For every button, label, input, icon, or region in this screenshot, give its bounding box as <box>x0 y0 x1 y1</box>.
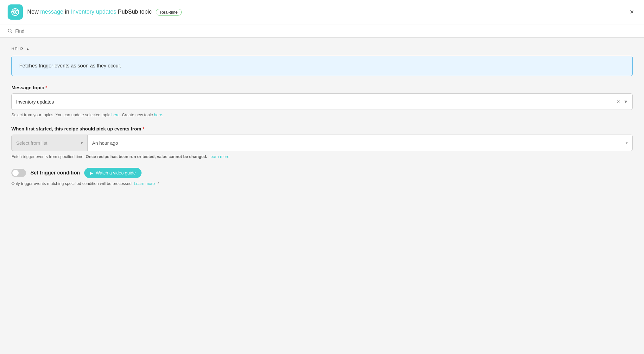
events-learn-more-link[interactable]: Learn more <box>208 154 229 159</box>
events-from-right-chevron: ▾ <box>626 141 628 145</box>
title-message-link[interactable]: message <box>40 9 63 15</box>
message-topic-label-text: Message topic <box>11 85 44 90</box>
help-description-text: Fetches trigger events as soon as they o… <box>19 63 121 68</box>
header: New message in Inventory updates PubSub … <box>0 0 644 24</box>
main-content: HELP ▲ Fetches trigger events as soon as… <box>0 38 644 354</box>
svg-line-4 <box>11 32 12 33</box>
hint-link-1[interactable]: here <box>111 112 120 117</box>
trigger-hint-prefix: Only trigger events matching specified c… <box>11 181 134 186</box>
title-mid: in <box>63 9 71 15</box>
events-from-hint: Fetch trigger events from specified time… <box>11 154 633 159</box>
events-hint-bold: Once recipe has been run or tested, valu… <box>86 154 207 159</box>
find-label: Find <box>15 28 24 34</box>
realtime-badge: Real-time <box>156 9 182 16</box>
search-icon <box>8 28 13 34</box>
help-description-box: Fetches trigger events as soon as they o… <box>11 56 633 76</box>
message-topic-select[interactable]: Inventory updates × ▾ <box>11 93 633 110</box>
events-from-left-chevron: ▾ <box>81 141 83 145</box>
trigger-learn-more-link[interactable]: Learn more <box>134 181 155 186</box>
events-from-right-select[interactable]: An hour ago ▾ <box>87 135 633 151</box>
find-bar[interactable]: Find <box>0 24 644 38</box>
help-label: HELP <box>11 47 23 51</box>
title-suffix: PubSub topic <box>116 9 152 15</box>
events-from-label-text: When first started, this recipe should p… <box>11 126 141 131</box>
hint-prefix: Select from your topics. You can update … <box>11 112 111 117</box>
trigger-condition-label: Set trigger condition <box>30 170 80 176</box>
events-from-group: When first started, this recipe should p… <box>11 126 633 159</box>
play-icon: ▶ <box>90 171 93 175</box>
message-topic-group: Message topic * Inventory updates × ▾ Se… <box>11 85 633 117</box>
trigger-condition-toggle[interactable] <box>11 169 26 177</box>
header-title: New message in Inventory updates PubSub … <box>27 9 627 16</box>
svg-point-2 <box>15 11 16 13</box>
events-from-right-value: An hour ago <box>92 140 118 146</box>
message-topic-actions: × ▾ <box>616 98 628 106</box>
trigger-condition-row: Set trigger condition ▶ Watch a video gu… <box>11 168 633 178</box>
pubsub-icon <box>11 8 19 16</box>
events-hint-prefix: Fetch trigger events from specified time… <box>11 154 86 159</box>
title-prefix: New <box>27 9 40 15</box>
trigger-condition-group: Set trigger condition ▶ Watch a video gu… <box>11 168 633 186</box>
trigger-condition-hint: Only trigger events matching specified c… <box>11 181 633 186</box>
hint-link-2[interactable]: here <box>154 112 162 117</box>
close-button[interactable]: × <box>627 7 636 17</box>
hint-suffix: . <box>162 112 163 117</box>
toggle-slider <box>11 169 26 177</box>
video-guide-label: Watch a video guide <box>96 170 136 175</box>
message-topic-required: * <box>45 85 47 90</box>
title-topic-link[interactable]: Inventory updates <box>71 9 116 15</box>
events-from-label: When first started, this recipe should p… <box>11 126 633 131</box>
help-header[interactable]: HELP ▲ <box>11 47 633 51</box>
message-topic-clear-button[interactable]: × <box>616 98 621 106</box>
watch-video-guide-button[interactable]: ▶ Watch a video guide <box>84 168 141 178</box>
app-icon <box>8 4 23 20</box>
message-topic-label: Message topic * <box>11 85 633 90</box>
message-topic-value: Inventory updates <box>16 99 616 104</box>
events-from-left-placeholder: Select from list <box>16 140 47 146</box>
message-topic-hint: Select from your topics. You can update … <box>11 112 633 117</box>
hint-mid: . Create new topic <box>120 112 154 117</box>
external-link-icon: ↗ <box>156 181 160 186</box>
message-topic-dropdown-button[interactable]: ▾ <box>624 98 628 106</box>
events-from-row: Select from list ▾ An hour ago ▾ <box>11 135 633 151</box>
events-from-required: * <box>142 126 144 131</box>
help-chevron-icon: ▲ <box>26 47 30 51</box>
events-from-left-select[interactable]: Select from list ▾ <box>11 135 87 151</box>
